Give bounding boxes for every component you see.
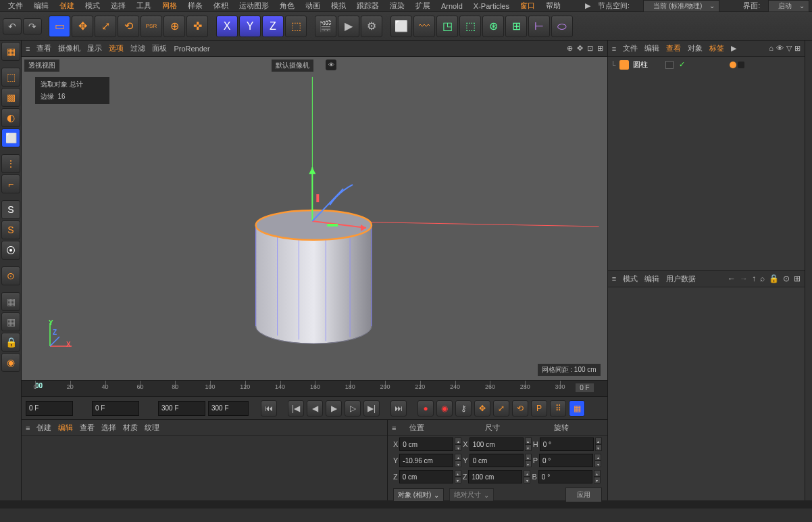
rot-p-input[interactable]	[539, 454, 593, 467]
key-settings[interactable]: ⚷	[455, 400, 472, 417]
key-pla[interactable]: ⠿	[550, 400, 566, 417]
workplane-1[interactable]: ▦	[1, 292, 20, 311]
pos-z-input[interactable]	[399, 470, 453, 483]
obj-layer-icon[interactable]: ⊞	[794, 44, 801, 53]
menu-extensions[interactable]: 扩展	[410, 0, 436, 12]
spin[interactable]: ▴▾	[455, 437, 461, 451]
add-deformer[interactable]: ⬚	[459, 16, 481, 37]
next-key[interactable]: ▶|	[363, 400, 380, 417]
menu-character[interactable]: 角色	[274, 0, 300, 12]
nav-axis-widget[interactable]: Y Z X	[42, 319, 76, 353]
place-tool[interactable]: ✜	[186, 16, 208, 37]
add-camera[interactable]: ⊢	[528, 16, 550, 37]
add-cube[interactable]: ⬜	[390, 16, 412, 37]
workplane-2[interactable]: ▦	[1, 312, 20, 331]
menu-animate[interactable]: 动画	[300, 0, 326, 12]
menu-mograph[interactable]: 运动图形	[234, 0, 274, 12]
attr-lock-icon[interactable]: 🔒	[769, 274, 779, 283]
model-mode[interactable]: ⬚	[1, 68, 20, 87]
point-mode[interactable]: ⋮	[1, 154, 20, 173]
play-forward[interactable]: ▶	[326, 400, 342, 417]
spin[interactable]: ▴▾	[595, 437, 602, 451]
menu-tracker[interactable]: 跟踪器	[351, 0, 384, 12]
render-settings[interactable]: ⚙	[361, 16, 382, 37]
key-rot[interactable]: ⟲	[512, 400, 528, 417]
key-all[interactable]: ▦	[569, 400, 585, 417]
rotate-tool[interactable]: ⟲	[118, 16, 139, 37]
attr-fwd[interactable]: →	[740, 274, 748, 283]
menu-create[interactable]: 创建	[54, 0, 80, 12]
x-axis-lock[interactable]: X	[216, 16, 238, 37]
vp-filter-menu[interactable]: 过滤	[130, 43, 145, 53]
obj-filter-icon[interactable]: ▽	[786, 44, 792, 53]
texture-mode[interactable]: ▩	[1, 88, 20, 107]
record-key[interactable]: ●	[417, 400, 434, 417]
vp-menu-icon[interactable]: ≡	[26, 45, 30, 53]
spin[interactable]: ▴▾	[455, 470, 461, 483]
mat-menu-icon[interactable]: ≡	[26, 424, 30, 432]
frame-start-input[interactable]	[26, 401, 73, 416]
frame-range-input[interactable]	[208, 401, 249, 416]
vp-max-icon[interactable]: ⊞	[597, 44, 603, 53]
menu-tools[interactable]: 工具	[131, 0, 157, 12]
attr-search-icon[interactable]: ⌕	[760, 274, 765, 283]
workplane-3[interactable]: ◉	[1, 353, 20, 372]
spin[interactable]: ▴▾	[594, 470, 601, 483]
vp-options-menu[interactable]: 选项	[109, 43, 124, 53]
vp-camera-menu[interactable]: 摄像机	[58, 43, 80, 53]
menu-edit[interactable]: 编辑	[28, 0, 54, 12]
size-x-input[interactable]	[470, 437, 524, 451]
redo-button[interactable]: ↷	[23, 18, 42, 34]
menu-help[interactable]: 帮助	[540, 0, 566, 12]
attr-edit[interactable]: 编辑	[644, 274, 659, 284]
viewport[interactable]: 透视视图 默认摄像机 👁 选取对象 总计 边缘 16	[22, 57, 607, 380]
key-param[interactable]: P	[531, 400, 547, 417]
layout-dropdown[interactable]: 启动 ⌄	[768, 0, 809, 12]
magnet-tool[interactable]: ⊙	[1, 266, 20, 285]
z-axis-lock[interactable]: Z	[262, 16, 284, 37]
edge-mode[interactable]: ⌐	[1, 174, 20, 193]
frame-cur-input[interactable]	[92, 401, 139, 416]
workplane-mode[interactable]: ◐	[1, 108, 20, 127]
mat-material[interactable]: 材质	[123, 423, 138, 433]
menu-simulate[interactable]: 模拟	[326, 0, 351, 12]
size-z-input[interactable]	[468, 470, 522, 483]
vp-pan-icon[interactable]: ✥	[577, 44, 583, 53]
next-frame[interactable]: ▷	[345, 400, 361, 417]
menu-window[interactable]: 窗口	[515, 0, 540, 12]
tag-1[interactable]	[730, 62, 736, 68]
vp-display-menu[interactable]: 显示	[87, 43, 102, 53]
menu-render[interactable]: 渲染	[384, 0, 410, 12]
menu-spline[interactable]: 样条	[182, 0, 208, 12]
add-generator[interactable]: ◳	[436, 16, 458, 37]
vp-panel-menu[interactable]: 面板	[152, 43, 167, 53]
node-space-dropdown[interactable]: 当前 (标准/物理) ⌄	[643, 0, 719, 12]
menu-select[interactable]: 选择	[105, 0, 131, 12]
attr-target-icon[interactable]: ⊙	[783, 274, 790, 283]
frame-end-input[interactable]	[158, 401, 205, 416]
mat-texture[interactable]: 纹理	[145, 423, 159, 433]
psr-tool[interactable]: PSR	[141, 16, 162, 37]
enable-dot[interactable]: ✓	[679, 60, 685, 69]
obj-home-icon[interactable]: ⌂	[769, 44, 773, 53]
menu-mode[interactable]: 模式	[80, 0, 105, 12]
obj-menu-icon[interactable]: ≡	[612, 45, 616, 53]
menu-volume[interactable]: 体积	[208, 0, 234, 12]
prev-frame[interactable]: ◀	[307, 400, 323, 417]
obj-eye-icon[interactable]: 👁	[776, 44, 784, 53]
pos-y-input[interactable]	[399, 454, 453, 467]
add-spline[interactable]: 〰	[413, 16, 435, 37]
spin[interactable]: ▴▾	[524, 470, 530, 483]
goto-end[interactable]: ⏭	[390, 400, 407, 417]
coord-object-mode[interactable]: 对象 (相对) ⌄	[393, 488, 444, 502]
render-region[interactable]: ▶	[338, 16, 359, 37]
undo-button[interactable]: ↶	[3, 18, 22, 34]
size-y-input[interactable]	[470, 454, 524, 467]
coord-system[interactable]: ⬚	[285, 16, 307, 37]
attr-userdata[interactable]: 用户数据	[666, 274, 696, 284]
coord-menu-icon[interactable]: ≡	[392, 424, 396, 432]
obj-edit[interactable]: 编辑	[644, 43, 659, 53]
key-pos[interactable]: ✥	[474, 400, 490, 417]
object-cylinder[interactable]: 圆柱	[633, 60, 648, 70]
select-tool[interactable]: ▭	[49, 16, 70, 37]
